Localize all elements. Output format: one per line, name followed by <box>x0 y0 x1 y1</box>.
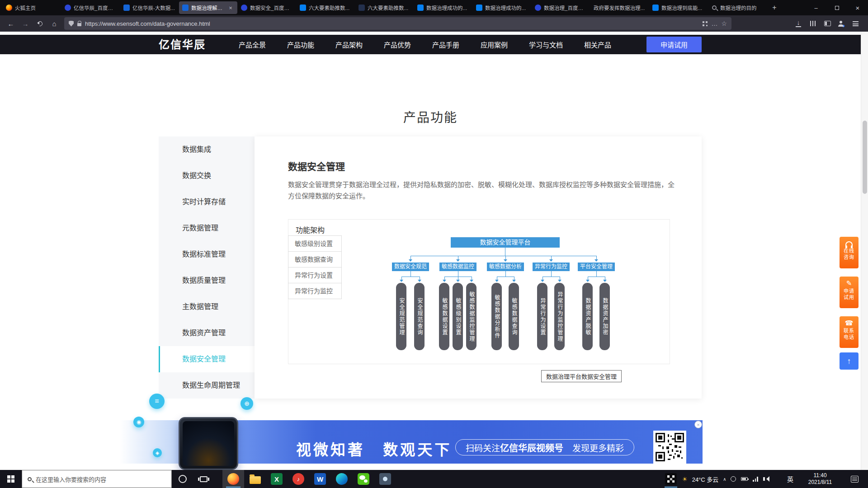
tab-close-icon[interactable]: × <box>227 4 234 11</box>
forward-button[interactable]: → <box>19 17 32 30</box>
refresh-button[interactable] <box>33 17 46 30</box>
browser-tab[interactable]: 火狐主页 <box>3 1 61 14</box>
taskbar-app-button[interactable] <box>374 470 396 488</box>
library-button[interactable] <box>807 17 819 30</box>
diagram-leaf-node: 安全规范查询 <box>414 283 425 350</box>
nav-item[interactable]: 产品优势 <box>384 40 411 49</box>
sidebar-button[interactable] <box>821 17 834 30</box>
sidebar-item[interactable]: 实时计算存储 <box>159 189 255 215</box>
page-actions-icon[interactable]: … <box>711 20 717 27</box>
apply-trial-float-button[interactable]: ✎ 申请试用 <box>840 277 859 308</box>
word-icon: W <box>314 473 326 485</box>
ime-indicator[interactable]: 英 <box>784 470 797 488</box>
float-bubble-dot-icon: ◉ <box>133 417 144 427</box>
sidebar-item[interactable]: 数据标准管理 <box>159 241 255 267</box>
nav-item[interactable]: 产品功能 <box>287 40 314 49</box>
browser-tab[interactable]: 数据治理到底能... <box>649 1 708 14</box>
shield-icon[interactable] <box>69 21 74 27</box>
diagram-caption: 数据治理平台数据安全管理 <box>541 370 622 382</box>
taskbar-firefox-button[interactable] <box>222 470 244 488</box>
nav-item[interactable]: 相关产品 <box>584 40 611 49</box>
browser-tab[interactable]: 数据治理成功的... <box>473 1 531 14</box>
tab-title: 数据治理的目的 <box>720 4 763 11</box>
diagram-leaf-node: 敏感数据分析件 <box>491 283 502 350</box>
banner-close-button[interactable]: × <box>694 421 702 428</box>
diagram-leaf-node: 数据资产加密 <box>599 283 610 350</box>
menu-button[interactable] <box>849 17 862 30</box>
browser-tab[interactable]: 六大要素助推数... <box>355 1 414 14</box>
nav-item[interactable]: 产品手册 <box>432 40 459 49</box>
apply-trial-button[interactable]: 申请试用 <box>646 37 702 52</box>
cortana-button[interactable] <box>174 470 192 488</box>
taskbar-weather[interactable]: ☀ 24°C 多云 <box>681 470 720 488</box>
taskbar-search[interactable]: 在这里输入你要搜索的内容 <box>22 470 172 488</box>
arrow-down-icon <box>541 280 544 282</box>
scrollbar-thumb[interactable] <box>863 121 867 194</box>
pill-brand: 亿信华辰视频号 <box>500 441 563 454</box>
sidebar-item[interactable]: 元数据管理 <box>159 215 255 241</box>
taskbar-excel-button[interactable]: X <box>266 470 288 488</box>
diagram-view-tab[interactable]: 敏感级别设置 <box>288 235 342 252</box>
nav-item[interactable]: 产品架构 <box>335 40 363 49</box>
sidebar-item[interactable]: 数据生命周期管理 <box>159 372 255 399</box>
diagram-view-tab[interactable]: 异常行为设置 <box>288 267 342 283</box>
taskbar-wechat-button[interactable] <box>353 470 374 488</box>
diagram-view-tab[interactable]: 异常行为监控 <box>288 283 342 299</box>
download-button[interactable]: ↓ <box>792 17 805 30</box>
qr-grid-icon[interactable] <box>703 21 708 26</box>
sidebar-item[interactable]: 数据交换 <box>159 163 255 189</box>
tray-expand-button[interactable]: ∧ <box>720 470 730 488</box>
home-button[interactable]: ⌂ <box>48 17 61 30</box>
network-signal-icon[interactable] <box>753 477 758 482</box>
taskbar-clock[interactable]: 11:40 2021/8/11 <box>799 470 841 488</box>
sidebar-item-active[interactable]: 数据安全管理 <box>159 346 255 372</box>
browser-tab[interactable]: 数据治理_百度百... <box>532 1 590 14</box>
account-button[interactable] <box>835 17 847 30</box>
follow-pill[interactable]: 扫码关注 亿信华辰视频号 发现更多精彩 <box>455 439 634 455</box>
ime-label: 英 <box>787 474 793 483</box>
close-button[interactable]: × <box>847 0 868 15</box>
browser-tab[interactable]: 政府要发挥数据治理... <box>590 1 649 14</box>
contact-phone-button[interactable]: ☎ 联系电话 <box>840 316 859 348</box>
taskbar-music-button[interactable]: ♪ <box>288 470 309 488</box>
browser-tab[interactable]: 数据治理成功的... <box>414 1 472 14</box>
tray-circle-icon[interactable] <box>731 476 736 482</box>
back-button[interactable]: ← <box>5 17 17 30</box>
qr-code <box>653 431 686 464</box>
browser-tab[interactable]: 六大要素助推数... <box>297 1 355 14</box>
browser-tab[interactable]: 亿信华辰-大数据... <box>120 1 179 14</box>
sidebar-item[interactable]: 数据质量管理 <box>159 267 255 294</box>
taskbar-edge-button[interactable] <box>331 470 353 488</box>
new-tab-button[interactable]: + <box>769 2 780 13</box>
sidebar-item[interactable]: 数据资产管理 <box>159 320 255 346</box>
volume-icon[interactable] <box>763 477 765 481</box>
maximize-button[interactable] <box>826 0 847 15</box>
online-consult-button[interactable]: 在线咨询 <box>840 237 859 268</box>
bookmark-star-icon[interactable]: ☆ <box>721 20 727 27</box>
address-bar[interactable]: https://www.esensoft.com/data-governance… <box>64 17 731 30</box>
lock-icon[interactable] <box>77 23 81 26</box>
site-logo[interactable]: 亿信华辰 <box>159 35 206 54</box>
nav-item[interactable]: 学习与文档 <box>529 40 563 49</box>
taskbar-scanner-app-button[interactable] <box>661 470 681 488</box>
taskbar-word-button[interactable]: W <box>309 470 331 488</box>
browser-tab[interactable]: 数据治理的目的 <box>708 1 766 14</box>
nav-item[interactable]: 应用案例 <box>481 40 508 49</box>
sidebar-item[interactable]: 数据集成 <box>159 136 255 163</box>
task-view-button[interactable] <box>193 470 213 488</box>
sidebar-item[interactable]: 主数据管理 <box>159 294 255 320</box>
browser-tab-active[interactable]: 数据治理解决方...× <box>179 1 237 14</box>
back-to-top-button[interactable]: ↑ <box>840 352 859 370</box>
start-button[interactable] <box>0 470 22 488</box>
browser-tab[interactable]: 亿信华辰_百度搜... <box>61 1 120 14</box>
taskbar-explorer-button[interactable] <box>244 470 266 488</box>
action-center-button[interactable] <box>844 470 864 488</box>
battery-icon[interactable] <box>741 477 748 481</box>
browser-tab[interactable]: 数据安全_百度百... <box>238 1 296 14</box>
diagram-view-tab[interactable]: 敏感数据查询 <box>288 251 342 267</box>
minimize-button[interactable]: – <box>806 0 826 15</box>
page-title: 产品功能 <box>0 108 861 126</box>
nav-item[interactable]: 产品全景 <box>239 40 266 49</box>
scrollbar[interactable] <box>861 32 868 470</box>
page-viewport: 亿信华辰 产品全景 产品功能 产品架构 产品优势 产品手册 应用案例 学习与文档… <box>0 32 868 470</box>
